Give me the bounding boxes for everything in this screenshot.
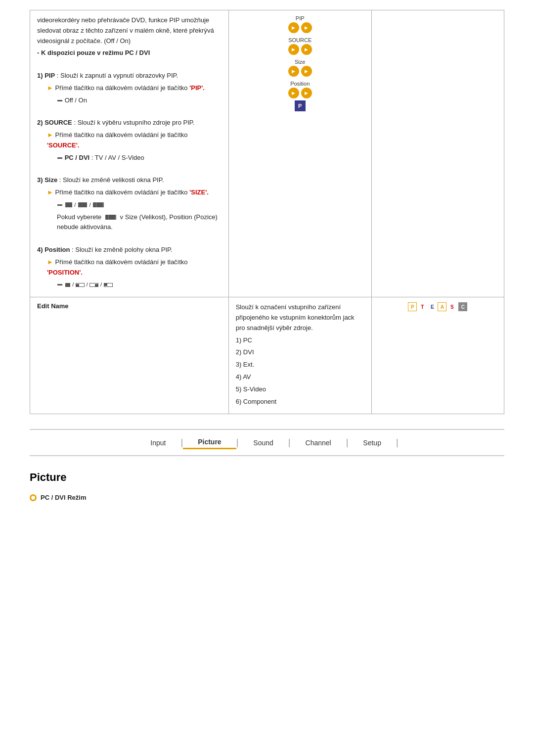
- pip3-slash1: /: [74, 202, 76, 208]
- pip2-arrow: ►: [47, 131, 55, 139]
- source-btn-left[interactable]: ▶: [288, 44, 299, 55]
- pip4-slash1: /: [72, 282, 74, 287]
- source-icon-label: SOURCE: [236, 37, 364, 43]
- pip3-arrow: ►: [47, 189, 55, 196]
- pip4-desc: : Slouží ke změně polohy okna PIP.: [70, 246, 172, 253]
- pip3-note-text: Pokud vyberete: [57, 213, 101, 221]
- pos-icon-1: [65, 283, 70, 287]
- edit-icon-C: C: [458, 302, 467, 311]
- edit-name-side-cell: P T E A S C: [371, 297, 504, 414]
- pip1-option-text: Off / On: [65, 96, 87, 104]
- size-icon-group: Size ▶ ▶: [236, 59, 364, 77]
- pip1-arrow: ►: [47, 84, 55, 92]
- edit-icon-P: P: [408, 302, 417, 311]
- pip4-arrow: ►: [47, 258, 55, 266]
- pip3-dash-icon: [57, 204, 62, 206]
- position-btn-left[interactable]: ▶: [288, 88, 299, 98]
- edit-item-4: 4) AV: [236, 372, 364, 382]
- position-btn-right[interactable]: ▶: [301, 88, 312, 98]
- position-icon-group: Position ▶ ▶ P: [236, 81, 364, 111]
- pip2-title-line: 2) SOURCE : Slouží k výběru vstupního zd…: [37, 118, 222, 128]
- pip1-option-line: Off / On: [57, 95, 222, 106]
- pip4-position-icons-line: / / /: [57, 280, 222, 290]
- position-p-box[interactable]: P: [295, 100, 306, 111]
- edit-name-label-cell: Edit Name: [30, 297, 229, 414]
- pip3-size-icon-sm: [65, 202, 72, 207]
- edit-item-3: 3) Ext.: [236, 360, 364, 370]
- pip3-title: 3) Size: [37, 176, 57, 184]
- position-p-box-wrapper: P: [236, 100, 364, 111]
- pip4-slash2: /: [87, 282, 88, 287]
- position-icon-label: Position: [236, 81, 364, 87]
- pip3-desc: : Slouží ke změně velikosti okna PIP.: [57, 176, 164, 184]
- pip2-remote-line: ► Přímé tlačítko na dálkovém ovládání je…: [47, 130, 222, 151]
- pip-icon-label: PIP: [236, 15, 364, 21]
- main-content-table: videorekordéry nebo přehrávače DVD, funk…: [30, 10, 504, 414]
- pip2-remote-text: Přímé tlačítko na dálkovém ovládání je t…: [55, 131, 187, 139]
- pos-icon-2: [76, 283, 85, 287]
- picture-item-1-label: PC / DVI Režim: [41, 494, 86, 501]
- pip3-size-icons-line: / /: [57, 200, 222, 210]
- pos-icon-4: [104, 283, 113, 287]
- pip3-remote-text: Přímé tlačítko na dálkovém ovládání je t…: [55, 189, 189, 196]
- pip2-desc: : Slouží k výběru vstupního zdroje pro P…: [72, 119, 195, 126]
- pip3-remote-key: 'SIZE'.: [189, 189, 209, 196]
- pos-icon-3: [89, 283, 98, 287]
- edit-icon-T: T: [418, 302, 427, 311]
- nav-item-channel[interactable]: Channel: [291, 437, 346, 449]
- edit-icon-E: E: [428, 302, 437, 311]
- pip4-remote-key: 'POSITION'.: [47, 269, 83, 276]
- pip-pc-dvi-note: - K dispozici pouze v režimu PC / DVI: [37, 48, 222, 58]
- pip-btn-row: ▶ ▶: [236, 22, 364, 33]
- pip1-title-line: 1) PIP : Slouží k zapnutí a vypnutí obra…: [37, 71, 222, 81]
- size-btn-row: ▶ ▶: [236, 66, 364, 77]
- pip4-title: 4) Position: [37, 246, 70, 253]
- nav-item-picture[interactable]: Picture: [183, 436, 236, 449]
- pip-btn-left[interactable]: ▶: [288, 22, 299, 33]
- edit-name-label: Edit Name: [37, 302, 69, 310]
- nav-sep-5: |: [396, 437, 399, 448]
- source-btn-row: ▶ ▶: [236, 44, 364, 55]
- pip3-title-line: 3) Size : Slouží ke změně velikosti okna…: [37, 175, 222, 186]
- pip2-remote-key: 'SOURCE'.: [47, 142, 79, 149]
- pip4-title-line: 4) Position : Slouží ke změně polohy okn…: [37, 245, 222, 255]
- pip2-option-line: PC / DVI : TV / AV / S-Video: [57, 153, 222, 163]
- pip3-note-line: Pokud vyberete v Size (Velikost), Positi…: [57, 212, 222, 233]
- pip4-dash-icon: [57, 284, 62, 285]
- pip1-desc: : Slouží k zapnutí a vypnutí obrazovky P…: [55, 72, 178, 79]
- pip2-title: 2) SOURCE: [37, 119, 72, 126]
- size-btn-left[interactable]: ▶: [288, 66, 299, 77]
- pip3-note-grid-icon: [105, 215, 116, 220]
- edit-name-content-cell: Slouží k označení vstupního zařízení při…: [228, 297, 371, 414]
- edit-icon-S: S: [447, 302, 456, 311]
- pip1-dash-icon: [57, 100, 62, 101]
- pip2-dash-icon: [57, 157, 62, 159]
- pip-icon-group: PIP ▶ ▶: [236, 15, 364, 33]
- nav-item-setup[interactable]: Setup: [348, 437, 396, 449]
- pip3-slash2: /: [89, 202, 91, 208]
- pip4-remote-text: Přímé tlačítko na dálkovém ovládání je t…: [55, 258, 187, 266]
- pip3-size-icon-grid: [93, 202, 104, 207]
- pip3-remote-line: ► Přímé tlačítko na dálkovém ovládání je…: [47, 188, 222, 198]
- nav-item-input[interactable]: Input: [135, 437, 180, 449]
- edit-item-5: 5) S-Video: [236, 384, 364, 395]
- picture-section-title: Picture: [30, 471, 504, 484]
- size-btn-right[interactable]: ▶: [301, 66, 312, 77]
- pip-intro-text: videorekordéry nebo přehrávače DVD, funk…: [37, 15, 222, 46]
- position-btn-row: ▶ ▶: [236, 88, 364, 98]
- pip1-remote-line: ► Přímé tlačítko na dálkovém ovládání je…: [47, 83, 222, 94]
- size-icon-label: Size: [236, 59, 364, 65]
- nav-item-sound[interactable]: Sound: [238, 437, 288, 449]
- source-btn-right[interactable]: ▶: [301, 44, 312, 55]
- edit-item-2: 2) DVI: [236, 347, 364, 358]
- pip-content-cell: videorekordéry nebo přehrávače DVD, funk…: [30, 10, 229, 297]
- pip1-remote-text: Přímé tlačítko na dálkovém ovládání je t…: [55, 84, 189, 92]
- edit-name-icons: P T E A S C: [379, 302, 497, 311]
- pip4-remote-line: ► Přímé tlačítko na dálkovém ovládání je…: [47, 257, 222, 278]
- pip2-option2-text: : TV / AV / S-Video: [89, 154, 144, 161]
- pip-btn-right[interactable]: ▶: [301, 22, 312, 33]
- pip-side-icons-cell: PIP ▶ ▶ SOURCE ▶ ▶: [228, 10, 371, 297]
- pip1-remote-key: 'PIP'.: [189, 84, 205, 92]
- edit-item-1: 1) PC: [236, 335, 364, 346]
- pip3-size-icon-md: [78, 202, 87, 207]
